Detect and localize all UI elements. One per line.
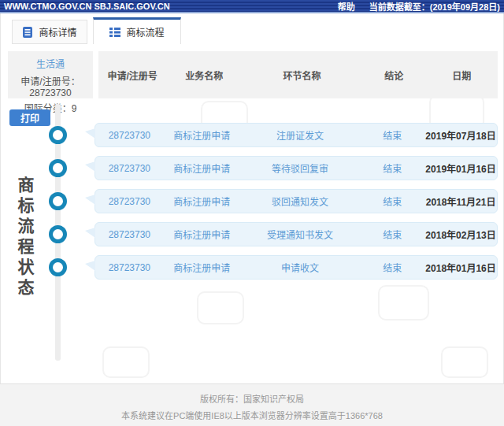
column-header-regno: 申请/注册号 xyxy=(98,69,166,82)
watermark-shape xyxy=(441,346,488,378)
column-header-conclusion: 结论 xyxy=(362,69,426,82)
cell-stage: 注册证发文 xyxy=(240,128,361,142)
topbar: WWW.CTMO.GOV.CN SBJ.SAIC.GOV.CN 帮助 当前数据截… xyxy=(0,0,504,13)
page: WWW.CTMO.GOV.CN SBJ.SAIC.GOV.CN 帮助 当前数据截… xyxy=(0,0,504,426)
cell-date: 2019年07月18日 xyxy=(424,128,497,142)
help-link[interactable]: 帮助 xyxy=(338,0,355,13)
column-header-business: 业务名称 xyxy=(166,69,242,82)
timeline-node xyxy=(49,258,67,276)
table-row: 28723730 商标注册申请 注册证发文 结束 2019年07月18日 xyxy=(94,123,498,147)
cell-business: 商标注册申请 xyxy=(164,128,240,142)
column-header-stage: 环节名称 xyxy=(243,69,362,82)
cell-business: 商标注册申请 xyxy=(164,228,240,241)
cell-date: 2018年11月21日 xyxy=(424,194,497,208)
timeline-node xyxy=(49,159,67,177)
cell-conclusion: 结束 xyxy=(361,261,425,274)
cell-date: 2018年02月13日 xyxy=(424,228,497,241)
site-url-text: WWW.CTMO.GOV.CN SBJ.SAIC.GOV.CN xyxy=(4,2,170,11)
timeline-node xyxy=(49,192,67,210)
cell-business: 商标注册申请 xyxy=(164,161,240,175)
topbar-right: 帮助 当前数据截至：(2019年09月28日) xyxy=(338,0,500,13)
cell-stage: 受理通知书发文 xyxy=(240,228,361,241)
tab-label: 商标流程 xyxy=(126,25,164,39)
table-row: 28723730 商标注册申请 等待驳回复审 结束 2019年01月16日 xyxy=(94,156,498,180)
cell-regno[interactable]: 28723730 xyxy=(95,163,164,174)
cell-regno[interactable]: 28723730 xyxy=(95,229,164,240)
cell-conclusion: 结束 xyxy=(361,161,425,175)
watermark-shape xyxy=(197,291,244,324)
cell-regno[interactable]: 28723730 xyxy=(95,262,164,273)
cell-conclusion: 结束 xyxy=(361,228,425,241)
cell-date: 2018年01月16日 xyxy=(424,261,497,274)
trademark-name-link[interactable]: 生活通 xyxy=(8,57,93,70)
cell-stage: 驳回通知发文 xyxy=(240,194,361,208)
cell-regno[interactable]: 28723730 xyxy=(95,196,164,207)
table-row: 28723730 商标注册申请 申请收文 结束 2018年01月16日 xyxy=(94,255,498,280)
vertical-title: 商标流程状态 xyxy=(13,176,36,310)
table-row: 28723730 商标注册申请 受理通知书发文 结束 2018年02月13日 xyxy=(94,222,498,246)
cell-conclusion: 结束 xyxy=(361,128,425,142)
footer: 版权所有：国家知识产权局 本系统建议在PC端使用IE8以上版本浏览器分辨率设置高… xyxy=(0,383,504,426)
watermark-shape xyxy=(102,346,150,378)
tab-trademark-process[interactable]: 商标流程 xyxy=(93,17,181,44)
copyright-text: 版权所有：国家知识产权局 xyxy=(0,392,504,405)
print-button[interactable]: 打印 xyxy=(9,109,50,126)
data-cutoff-text: 当前数据截至：(2019年09月28日) xyxy=(369,0,500,13)
watermark-shape xyxy=(378,285,429,320)
document-icon xyxy=(22,27,33,38)
table-row: 28723730 商标注册申请 驳回通知发文 结束 2018年11月21日 xyxy=(94,189,498,213)
table-header: 申请/注册号 业务名称 环节名称 结论 日期 xyxy=(98,51,498,98)
cell-date: 2019年01月16日 xyxy=(424,161,497,175)
tab-label: 商标详情 xyxy=(39,25,76,39)
cell-regno[interactable]: 28723730 xyxy=(95,130,164,141)
list-icon xyxy=(109,27,120,38)
tab-trademark-details[interactable]: 商标详情 xyxy=(12,20,87,44)
registration-number-text: 申请/注册号：28723730 xyxy=(8,74,93,98)
cell-business: 商标注册申请 xyxy=(164,194,240,208)
column-header-date: 日期 xyxy=(426,69,498,82)
browser-advice-text: 本系统建议在PC端使用IE8以上版本浏览器分辨率设置高于1366*768 xyxy=(0,409,504,421)
timeline-node xyxy=(49,126,67,144)
cell-stage: 等待驳回复审 xyxy=(240,161,361,175)
trademark-info-panel: 生活通 申请/注册号：28723730 国际分类：9 xyxy=(8,51,93,98)
cell-stage: 申请收文 xyxy=(240,261,361,274)
timeline-node xyxy=(49,225,67,243)
cell-conclusion: 结束 xyxy=(361,194,425,208)
cell-business: 商标注册申请 xyxy=(164,261,240,274)
